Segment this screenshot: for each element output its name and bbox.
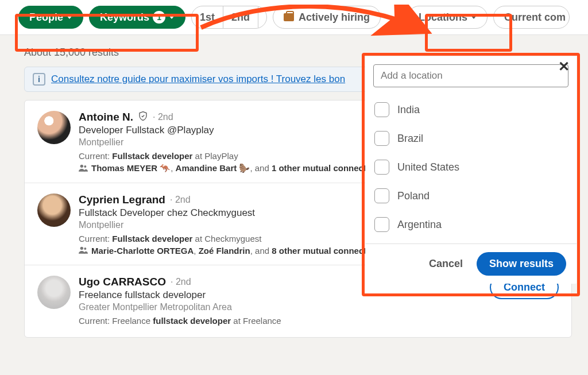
location-option[interactable]: United States	[373, 153, 568, 181]
location-option[interactable]: India	[373, 95, 568, 124]
cancel-button[interactable]: Cancel	[423, 253, 469, 275]
result-name[interactable]: Cyprien Legrand	[79, 194, 165, 206]
result-name[interactable]: Ugo CARRASCO	[79, 276, 166, 288]
keywords-badge: 1	[153, 11, 165, 24]
connection-2nd[interactable]: 2nd	[223, 6, 258, 28]
svg-point-3	[84, 248, 86, 250]
location-label: Poland	[397, 190, 430, 202]
location-label: Argentina	[397, 219, 442, 231]
connection-1st[interactable]: 1st	[192, 6, 223, 28]
avatar[interactable]	[37, 276, 71, 309]
avatar[interactable]	[37, 111, 71, 144]
checkbox[interactable]	[374, 217, 389, 232]
svg-point-2	[80, 247, 83, 250]
info-icon: i	[33, 73, 45, 86]
keywords-filter-label: Keywords	[100, 11, 149, 24]
current-company-pill[interactable]: Current com	[493, 6, 570, 29]
locations-filter-pill[interactable]: Locations	[408, 6, 488, 29]
locations-dropdown: ✕ India Brazil United States Poland Arge…	[365, 56, 577, 284]
location-search-input[interactable]	[373, 64, 568, 87]
show-results-button[interactable]: Show results	[477, 252, 566, 276]
checkbox[interactable]	[374, 102, 389, 117]
actively-hiring-label: Actively hiring	[299, 11, 370, 24]
checkbox[interactable]	[374, 131, 389, 146]
location-option[interactable]: Brazil	[373, 124, 568, 153]
verified-badge-icon	[138, 111, 148, 123]
result-name[interactable]: Antoine N.	[79, 111, 133, 123]
people-icon	[79, 164, 88, 173]
close-icon[interactable]: ✕	[555, 57, 573, 76]
location-option[interactable]: Argentina	[373, 210, 568, 239]
location-label: India	[397, 104, 420, 116]
location-label: United States	[397, 161, 459, 173]
banner-link[interactable]: Consultez notre guide pour maximiser vos…	[51, 74, 345, 85]
svg-point-0	[80, 164, 83, 167]
actively-hiring-pill[interactable]: Actively hiring	[273, 6, 381, 29]
result-headline: Freelance fullstack developer	[79, 289, 559, 301]
people-filter-label: People	[29, 11, 63, 24]
location-label: Brazil	[397, 133, 423, 145]
connection-degree-segment: 1st 2nd 3rd+	[191, 6, 267, 29]
connection-degree: · 2nd	[171, 277, 191, 287]
people-filter-pill[interactable]: People	[18, 6, 83, 29]
chevron-down-icon	[169, 16, 175, 19]
people-icon	[79, 246, 88, 256]
connection-degree: · 2nd	[170, 195, 191, 205]
location-options-list: India Brazil United States Poland Argent…	[365, 92, 577, 243]
svg-point-1	[84, 165, 86, 168]
checkbox[interactable]	[374, 160, 389, 175]
current-company-label: Current com	[504, 11, 566, 24]
connection-degree: · 2nd	[153, 112, 173, 122]
connection-3rd[interactable]: 3rd+	[258, 6, 267, 28]
chevron-down-icon	[67, 16, 72, 19]
filter-bar: People Keywords 1 1st 2nd 3rd+ Actively …	[0, 0, 588, 35]
chevron-down-icon	[471, 16, 477, 19]
briefcase-icon	[284, 13, 294, 21]
keywords-filter-pill[interactable]: Keywords 1	[89, 6, 185, 29]
result-location: Greater Montpellier Metropolitan Area	[79, 302, 559, 312]
checkbox[interactable]	[374, 188, 389, 203]
dropdown-footer: Cancel Show results	[365, 243, 577, 284]
result-current: Current: Freelance fullstack developer a…	[79, 316, 559, 326]
avatar[interactable]	[37, 194, 71, 227]
location-option[interactable]: Poland	[373, 181, 568, 210]
locations-label: Locations	[419, 11, 467, 24]
